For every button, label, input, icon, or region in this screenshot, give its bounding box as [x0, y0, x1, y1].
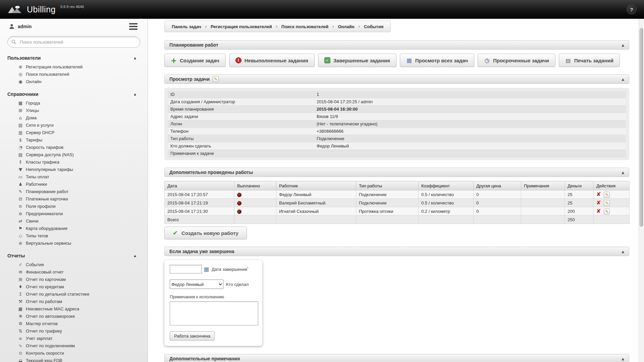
sidebar-item[interactable]: ∿Отчет по подключениям [17, 342, 148, 349]
sidebar-item[interactable]: ▧Сервера доступа (NAS) [17, 151, 148, 158]
task-action-button[interactable]: ◷Просроченные задачи [478, 54, 555, 67]
task-action-label: Завершенные задания [333, 58, 390, 63]
sidebar-item[interactable]: ◇Типы тегов [17, 232, 148, 239]
work-factor: 0.5 / количество [419, 190, 474, 199]
sidebar-item-label: Регистрация пользователей [26, 64, 83, 69]
sidebar-item[interactable]: ✉Финансовый отчет [17, 268, 148, 276]
sidebar-item[interactable]: ▥Сервер DHCP [17, 129, 148, 136]
works-column-header: Коэффициент [419, 181, 474, 190]
panel-task-planning-header: Планирование работ ▲ [164, 40, 629, 50]
sidebar-item[interactable]: ◒Текущий кеш FDB [17, 357, 148, 362]
menu-toggle-button[interactable] [128, 22, 139, 31]
sidebar-item[interactable]: ◔Скорость тарифов [17, 143, 148, 151]
sidebar-item[interactable]: ▤Сети и услуги [17, 121, 148, 129]
work-actions: ✘✎ [594, 199, 630, 207]
switches-icon: ⇄ [17, 219, 23, 224]
help-button[interactable]: ? [627, 4, 637, 14]
panel-title: Планирование работ [169, 42, 218, 48]
collapse-arrow-icon[interactable]: ▲ [622, 43, 624, 47]
completion-date-input[interactable] [170, 265, 202, 274]
breadcrumb-item[interactable]: Онлайн [334, 24, 358, 29]
collapse-arrow-icon[interactable]: ▲ [622, 171, 624, 174]
edit-work-icon[interactable]: ✎ [604, 208, 610, 215]
collapse-arrow-icon[interactable]: ▲ [622, 357, 624, 361]
sidebar-item[interactable]: ⊞Отчет по карточкам [17, 276, 148, 283]
sidebar-item[interactable]: ⊟Платежные карточки [17, 195, 148, 202]
clock-icon: ◷ [484, 57, 490, 63]
sidebar-item[interactable]: ⚑Карта оборудования [17, 225, 148, 232]
collapse-arrow-icon[interactable]: ▲ [134, 56, 136, 60]
edit-work-icon[interactable]: ✎ [604, 192, 610, 198]
delete-work-icon[interactable]: ✘ [596, 191, 601, 197]
task-action-label: Просроченные задачи [493, 58, 549, 63]
sidebar-item[interactable]: ⊞Улицы [17, 107, 148, 114]
collapse-arrow-icon[interactable]: ▲ [134, 254, 136, 257]
breadcrumb-item[interactable]: Регистрация пользователей [207, 24, 276, 29]
sidebar-item[interactable]: ♦Отчет по кредитам [17, 283, 148, 290]
sidebar-item[interactable]: ✓События [17, 261, 148, 268]
works-empty-cell [594, 216, 630, 224]
edit-work-icon[interactable]: ✎ [604, 200, 610, 206]
alert-icon: ! [235, 57, 241, 63]
task-action-button[interactable]: ▤Печать заданий [559, 54, 620, 67]
sidebar-item[interactable]: $Тарифы [17, 136, 148, 143]
sidebar-item[interactable]: ♟Работники [17, 180, 148, 188]
create-work-button[interactable]: ✔ Создать новую работу [164, 227, 247, 239]
task-action-button[interactable]: ▦Просмотр всех задач [400, 54, 474, 67]
sidebar-item[interactable]: ✎Планирование работ [17, 188, 148, 195]
sidebar-item[interactable]: ⇅Отчет по трафику [17, 327, 148, 335]
breadcrumb-item[interactable]: Панель задач [168, 24, 205, 29]
sidebar-item-label: Планирование работ [26, 189, 68, 194]
sidebar-item[interactable]: ΣОтчет по детальной статистике [17, 290, 148, 298]
sidebar-item[interactable]: ↕Классы трафика [17, 158, 148, 166]
edit-task-icon[interactable]: ✎ [213, 76, 219, 82]
sidebar-item[interactable]: ≡Поля профиля [17, 202, 148, 210]
scrollbar-thumb[interactable] [640, 28, 643, 227]
task-detail-row: Телефон+3806666666 [168, 128, 626, 135]
who-did-select[interactable]: Федор Ленивый [170, 280, 223, 289]
delete-work-icon[interactable]: ✘ [596, 200, 601, 205]
sidebar-section-title: Отчеты [7, 253, 25, 258]
calendar-picker-icon[interactable]: ▦ [204, 266, 209, 273]
collapse-arrow-icon[interactable]: ▲ [622, 77, 624, 81]
works-empty-cell [521, 216, 565, 224]
sidebar-item[interactable]: ⊚Предприниматели [17, 210, 148, 217]
sidebar-item[interactable]: ⊕Регистрация пользователей [17, 63, 148, 70]
task-action-button[interactable]: ✓Завершенные задания [318, 54, 396, 67]
sidebar-item[interactable]: ◉Онлайн [17, 78, 148, 85]
breadcrumb-item[interactable]: Поиск пользователей [278, 24, 332, 29]
vertical-scrollbar[interactable] [639, 19, 644, 362]
buildings-icon: ⌂ [17, 115, 23, 120]
works-empty-cell [419, 216, 474, 224]
sidebar-item[interactable]: ▭Типы оплат [17, 173, 148, 180]
work-finished-button[interactable]: Работа закончена [170, 331, 215, 341]
work-paid-cell [234, 199, 276, 207]
task-action-button[interactable]: !Невыполненные задания [229, 54, 315, 67]
sidebar-item[interactable]: ⊙Контроль скорости [17, 349, 148, 357]
delete-work-icon[interactable]: ✘ [596, 208, 601, 214]
breadcrumb-item[interactable]: События [360, 24, 387, 29]
sidebar-item[interactable]: ⊛Виртуальные сервисы [17, 239, 148, 247]
sidebar-item-label: Отчет по карточкам [26, 277, 66, 282]
collapse-arrow-icon[interactable]: ▲ [622, 250, 624, 253]
sidebar-item[interactable]: ⇄Свичи [17, 217, 148, 225]
task-action-button[interactable]: +Создание задач [164, 54, 226, 67]
sidebar-item[interactable]: ⌂Дома [17, 114, 148, 121]
works-total-row: Всего250 [165, 216, 630, 224]
execution-notes-input[interactable] [170, 301, 258, 325]
sidebar-item[interactable]: ◎Поиск пользователей [17, 70, 148, 78]
sidebar-item[interactable]: ❄Отчет по автозаморозке [17, 312, 148, 320]
sidebar-item[interactable]: ¤Учет зарплат [17, 335, 148, 342]
search-input[interactable] [7, 36, 140, 48]
work-money: 25 [565, 199, 594, 207]
sidebar-item[interactable]: ▦Города [17, 99, 148, 107]
hamburger-icon [129, 23, 138, 24]
collapse-arrow-icon[interactable]: ▲ [134, 93, 136, 96]
sidebar-item[interactable]: ▩Неизвестные MAC адреса [17, 305, 148, 312]
sidebar-item[interactable]: ▼Непопулярные тарифы [17, 166, 148, 173]
task-detail-value [314, 150, 626, 157]
sidebar-item-label: Типы тегов [26, 233, 48, 238]
works-column-header: Дата [165, 181, 234, 190]
sidebar-item[interactable]: ⚒Отчет по работам [17, 298, 148, 305]
sidebar-item[interactable]: ⚙Мастер отчетов [17, 320, 148, 327]
